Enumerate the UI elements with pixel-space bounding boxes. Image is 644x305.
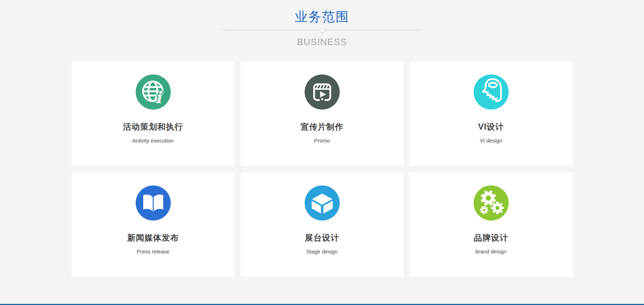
- section-header: 业务范围 BUSINESS: [0, 0, 644, 62]
- card-title: 新闻媒体发布: [72, 232, 234, 243]
- business-card-5[interactable]: 展台设计 Stage design: [241, 173, 403, 277]
- clapperboard-play-icon: [305, 74, 340, 110]
- card-subtitle: Press release: [72, 248, 234, 255]
- card-title: 活动策划和执行: [72, 121, 234, 132]
- business-card-4[interactable]: 新闻媒体发布 Press release: [72, 173, 234, 277]
- card-subtitle: brand design: [410, 248, 572, 255]
- divider-line-outer: [220, 29, 424, 29]
- card-subtitle: Stage design: [241, 248, 403, 255]
- title-divider: [220, 29, 424, 34]
- business-section: 业务范围 BUSINESS i 活动策划和执行 Activity executi…: [0, 0, 644, 305]
- cube-icon: [305, 185, 340, 221]
- card-subtitle: VI design: [410, 137, 572, 144]
- card-title: 宣传片制作: [241, 121, 403, 132]
- page-title: 业务范围: [0, 9, 644, 24]
- business-grid: i 活动策划和执行 Activity execution 宣传片制作 Promo…: [72, 62, 572, 277]
- business-card-2[interactable]: 宣传片制作 Promo: [241, 62, 403, 166]
- head-idea-icon: [474, 74, 509, 110]
- chevron-down-icon: [319, 27, 325, 34]
- card-title: 品牌设计: [410, 232, 572, 243]
- business-card-1[interactable]: i 活动策划和执行 Activity execution: [72, 62, 234, 166]
- globe-info-icon: i: [136, 74, 171, 110]
- card-title: VI设计: [410, 121, 572, 132]
- gears-icon: [474, 185, 509, 221]
- page-subtitle: BUSINESS: [0, 37, 644, 47]
- open-book-icon: [136, 185, 171, 221]
- business-card-6[interactable]: 品牌设计 brand design: [410, 173, 572, 277]
- card-subtitle: Activity execution: [72, 137, 234, 144]
- card-subtitle: Promo: [241, 137, 403, 144]
- business-card-3[interactable]: VI设计 VI design: [410, 62, 572, 166]
- card-title: 展台设计: [241, 232, 403, 243]
